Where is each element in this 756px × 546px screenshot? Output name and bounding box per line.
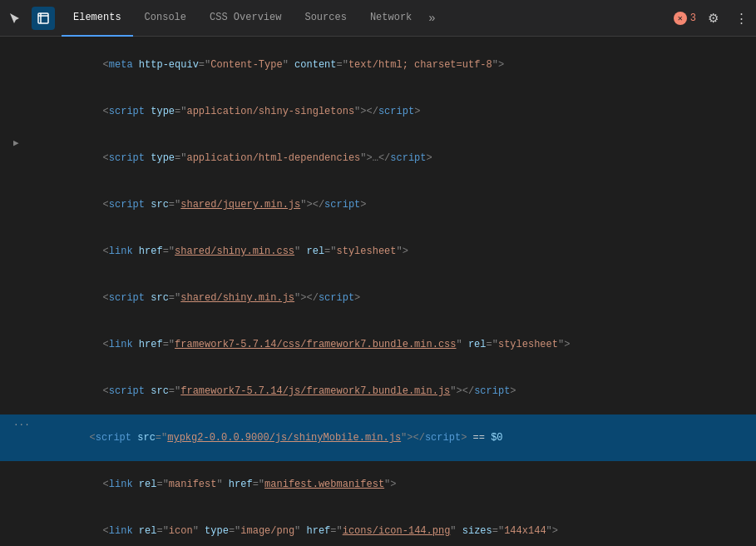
- tab-bar: Elements Console CSS Overview Sources Ne…: [62, 0, 441, 36]
- code-content-3: <script type="application/html-dependenc…: [28, 136, 756, 181]
- toolbar: Elements Console CSS Overview Sources Ne…: [0, 0, 756, 37]
- tab-network[interactable]: Network: [358, 0, 423, 37]
- more-tabs-button[interactable]: »: [423, 12, 440, 25]
- toolbar-left: [3, 7, 55, 30]
- code-line-8[interactable]: <script src="framework7-5.7.14/js/framew…: [0, 368, 756, 414]
- cursor-button[interactable]: [3, 7, 27, 30]
- expand-arrow-3[interactable]: ▶: [13, 136, 28, 151]
- devtools-window: Elements Console CSS Overview Sources Ne…: [0, 0, 756, 546]
- code-line-2[interactable]: <script type="application/shiny-singleto…: [0, 88, 756, 135]
- code-content-4: <script src="shared/jquery.min.js"></scr…: [28, 182, 756, 227]
- line-marker-9: ...: [13, 415, 28, 430]
- code-line-6[interactable]: <script src="shared/shiny.min.js"></scri…: [0, 275, 756, 321]
- code-content-8: <script src="framework7-5.7.14/js/framew…: [28, 369, 756, 414]
- code-line-5[interactable]: <link href="shared/shiny.min.css" rel="s…: [0, 228, 756, 275]
- tab-console[interactable]: Console: [133, 0, 198, 37]
- code-content-7: <link href="framework7-5.7.14/css/framew…: [28, 322, 756, 367]
- elements-panel: <meta http-equiv="Content-Type" content=…: [0, 37, 756, 546]
- tab-sources[interactable]: Sources: [293, 0, 358, 37]
- code-line-10[interactable]: <link rel="manifest" href="manifest.webm…: [0, 461, 756, 508]
- code-line-11[interactable]: <link rel="icon" type="image/png" href="…: [0, 508, 756, 546]
- tab-css-overview[interactable]: CSS Overview: [198, 0, 293, 37]
- tab-elements[interactable]: Elements: [62, 0, 133, 37]
- code-line-7[interactable]: <link href="framework7-5.7.14/css/framew…: [0, 321, 756, 368]
- toolbar-right: ✕ 3 ⚙ ⋮: [674, 7, 753, 30]
- code-content-9: <script src="mypkg2-0.0.0.9000/js/shinyM…: [28, 415, 756, 460]
- code-line-1[interactable]: <meta http-equiv="Content-Type" content=…: [0, 42, 756, 88]
- code-content-11: <link rel="icon" type="image/png" href="…: [28, 509, 756, 546]
- settings-button[interactable]: ⚙: [701, 7, 724, 30]
- error-badge[interactable]: ✕ 3: [674, 12, 696, 25]
- element-picker-button[interactable]: [32, 7, 55, 30]
- code-content-6: <script src="shared/shiny.min.js"></scri…: [28, 275, 756, 320]
- svg-rect-0: [38, 13, 48, 23]
- code-line-3[interactable]: ▶ <script type="application/html-depende…: [0, 135, 756, 181]
- code-content-10: <link rel="manifest" href="manifest.webm…: [28, 462, 756, 507]
- code-line-4[interactable]: <script src="shared/jquery.min.js"></scr…: [0, 181, 756, 228]
- code-content-1: <meta http-equiv="Content-Type" content=…: [28, 42, 756, 87]
- code-line-9[interactable]: ... <script src="mypkg2-0.0.0.9000/js/sh…: [0, 414, 756, 461]
- code-content-2: <script type="application/shiny-singleto…: [28, 89, 756, 134]
- more-options-button[interactable]: ⋮: [729, 7, 753, 30]
- error-icon: ✕: [674, 12, 687, 25]
- code-content-5: <link href="shared/shiny.min.css" rel="s…: [28, 229, 756, 274]
